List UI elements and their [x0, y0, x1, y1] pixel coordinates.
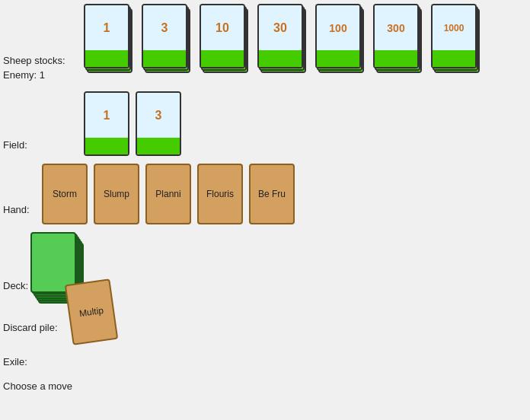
discard-area: Multip [69, 282, 114, 342]
stock-card-300[interactable]: 300 [373, 4, 425, 77]
exile-label: Exile: [3, 356, 27, 368]
field-card-1[interactable]: 1 [84, 91, 129, 156]
field-label: Field: [3, 139, 27, 151]
stock-card-1[interactable]: 1 [84, 4, 136, 77]
stock-card-1000[interactable]: 1000 [431, 4, 483, 77]
discard-pile-label: Discard pile: [3, 322, 58, 333]
hand-card-storm[interactable]: Storm [42, 164, 88, 224]
sheep-stocks-area: 1 3 10 30 100 [84, 4, 483, 77]
stock-card-3[interactable]: 3 [142, 4, 193, 77]
stock-card-10[interactable]: 10 [200, 4, 251, 77]
hand-area: Storm Slump Planni Flouris Be Fru [42, 164, 295, 224]
choose-move-text: Choose a move [3, 380, 72, 392]
sheep-stocks-label: Sheep stocks: [3, 55, 65, 66]
enemy-label: Enemy: 1 [3, 69, 45, 81]
field-area: 1 3 [84, 91, 181, 156]
hand-card-flouris[interactable]: Flouris [197, 164, 243, 224]
hand-card-befru[interactable]: Be Fru [249, 164, 295, 224]
hand-label: Hand: [3, 204, 30, 215]
discard-card-multip[interactable]: Multip [65, 278, 119, 345]
field-card-3[interactable]: 3 [136, 91, 181, 156]
hand-card-planni[interactable]: Planni [145, 164, 191, 224]
stock-card-30[interactable]: 30 [257, 4, 309, 77]
deck-label: Deck: [3, 280, 28, 291]
hand-card-slump[interactable]: Slump [94, 164, 139, 224]
stock-card-100[interactable]: 100 [315, 4, 367, 77]
